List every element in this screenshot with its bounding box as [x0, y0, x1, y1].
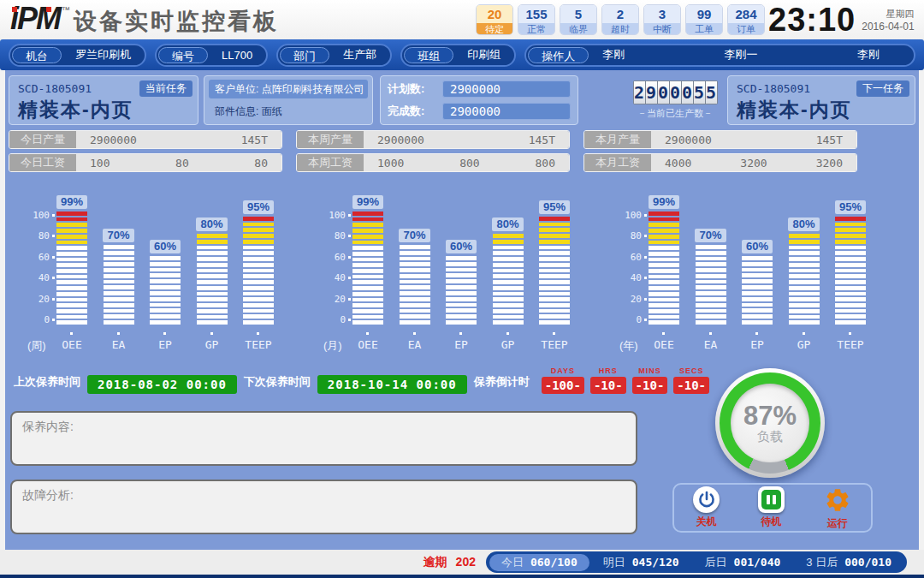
stats-row: 今日产量2900000145T今日工资1008080本周产量2900000145… — [9, 130, 857, 172]
y-tick: 80 — [335, 232, 351, 241]
bar-segment — [150, 262, 181, 266]
plan-row: 计划数: 2900000 — [388, 80, 571, 98]
app-logo: iPM — [10, 2, 60, 36]
bar-segment — [649, 217, 679, 222]
bar-segment — [742, 262, 773, 266]
schedule-item-3[interactable]: 3 日后000/010 — [794, 554, 903, 571]
bar-value-label: 80% — [196, 217, 227, 231]
bar-segment — [56, 235, 87, 239]
customer-row: 客户单位: 点阵印刷科技有限公司 — [209, 80, 368, 98]
current-task-name: 精装本-内页 — [18, 97, 189, 123]
bar — [446, 256, 477, 325]
shutdown-button[interactable]: 关机 — [693, 486, 720, 529]
bar-segment — [150, 256, 181, 260]
bar-segment — [446, 308, 477, 313]
schedule-item-0[interactable]: 今日060/100 — [489, 554, 589, 571]
bar-segment — [446, 279, 477, 283]
nav-group-values: 李刚李刚一李刚 — [592, 47, 910, 63]
status-badge-3[interactable]: 2超时 — [601, 4, 639, 35]
bar-segment — [197, 315, 228, 319]
y-tick-label: 20 — [631, 294, 642, 305]
clock-time: 23:10 — [768, 2, 856, 38]
bar-EA: 70% — [400, 229, 430, 325]
bar-segment — [696, 297, 726, 301]
chart-x-axis: (周)OEEEAEPGPTEEP — [27, 331, 274, 354]
bar — [835, 217, 866, 325]
bar-segment — [243, 314, 274, 319]
bar-segment — [446, 285, 477, 289]
run-button[interactable]: 运行 — [823, 486, 852, 531]
bar-segment — [243, 223, 274, 227]
countdown-unit-label: HRS — [599, 366, 618, 375]
bar — [539, 217, 570, 325]
bar-segment — [696, 285, 726, 289]
bar-segment — [104, 297, 134, 301]
x-category-label: TEEP — [539, 331, 570, 351]
bar-EP: 60% — [742, 240, 773, 325]
bar-segment — [789, 297, 820, 301]
bar-segment — [352, 223, 383, 227]
bar — [56, 212, 87, 325]
bar-segment — [539, 217, 570, 221]
nav-group-values: LL700 — [211, 49, 263, 62]
nav-group-label: 部门 — [280, 47, 329, 63]
bar-segment — [835, 292, 866, 296]
status-badge-4[interactable]: 3中断 — [643, 4, 681, 35]
schedule-item-1[interactable]: 明日045/120 — [591, 554, 691, 571]
bar-segment — [197, 251, 228, 255]
y-tick-label: 0 — [340, 314, 346, 325]
bar-segment — [352, 315, 383, 319]
bar-segment — [400, 280, 430, 284]
schedule-item-2[interactable]: 后日001/040 — [693, 554, 793, 571]
bar-segment — [835, 246, 866, 250]
bar-segment — [400, 274, 430, 278]
bar-segment — [835, 263, 866, 267]
y-tick: 100 — [33, 211, 55, 219]
bar-segment — [446, 273, 477, 277]
bar-segment — [789, 315, 820, 319]
status-badge-1[interactable]: 155正常 — [518, 4, 555, 35]
bar-segment — [56, 269, 87, 273]
status-badge-2[interactable]: 5临界 — [560, 4, 597, 35]
schedule-day-label: 明日 — [603, 555, 625, 570]
production-counter: 2900055 －当前已生产数－ — [630, 75, 720, 125]
stat-values: 400032003200 — [651, 154, 856, 171]
bar-segment — [446, 291, 477, 295]
x-categories: OEEEAEPGPTEEP — [649, 331, 866, 351]
bar-segment — [150, 285, 181, 289]
status-badge-0[interactable]: 20待定 — [476, 4, 513, 35]
schedule-count-value: 000/010 — [844, 556, 891, 569]
stat-value: 4000 — [665, 157, 691, 170]
bar-segment — [104, 309, 134, 313]
y-tick-label: 80 — [38, 230, 50, 241]
y-tick: 60 — [631, 253, 647, 261]
bar — [352, 212, 383, 325]
fault-analysis-input[interactable]: 故障分析: — [10, 480, 637, 534]
bottom-edge-line — [0, 575, 924, 578]
status-badge-6[interactable]: 284订单 — [727, 4, 765, 35]
bar-value-label: 99% — [649, 195, 679, 209]
next-task-name: 精装本-内页 — [737, 97, 906, 123]
status-badge-5[interactable]: 99工单 — [685, 4, 723, 35]
done-row: 完成数: 2900000 — [388, 103, 571, 121]
chart-y-axis: 100806040200 — [323, 211, 352, 325]
maintenance-content-input[interactable]: 保养内容: — [10, 411, 637, 466]
bar-segment — [352, 258, 383, 262]
stat-line: 本月工资400032003200 — [583, 153, 857, 172]
countdown-value: -10- — [632, 377, 668, 394]
schedule-bar: 今日060/100明日045/120后日001/0403 日后000/010 — [486, 551, 907, 573]
bar-segment — [835, 314, 866, 319]
bar-segment — [649, 280, 679, 284]
countdown-value: -100- — [542, 377, 584, 394]
bar-segment — [649, 275, 679, 279]
bar-value-label: 70% — [399, 229, 429, 242]
bar-segment — [243, 257, 274, 261]
bar-segment — [56, 217, 87, 222]
schedule-count-value: 001/040 — [734, 556, 781, 569]
standby-button[interactable]: 待机 — [758, 486, 785, 529]
bar-segment — [197, 303, 228, 307]
bar-segment — [400, 291, 430, 295]
stat-values: 2900000145T — [364, 131, 569, 148]
stat-value: 3200 — [816, 157, 843, 170]
stat-value: 800 — [459, 157, 479, 170]
